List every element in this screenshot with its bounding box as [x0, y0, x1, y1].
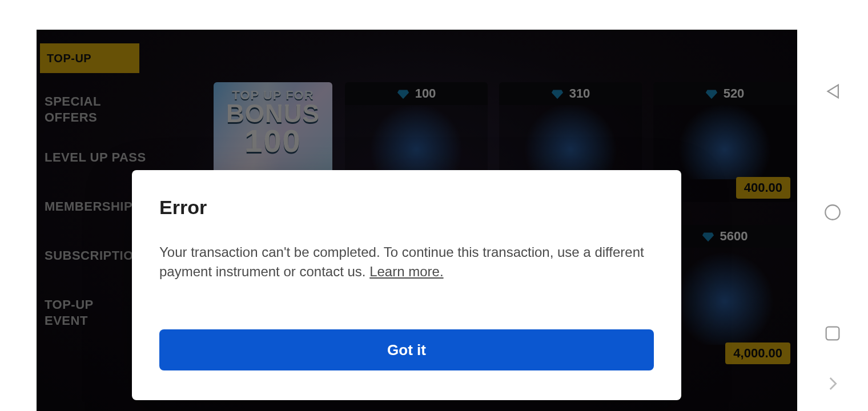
modal-title: Error — [159, 196, 654, 219]
svg-rect-6 — [826, 327, 839, 340]
back-icon[interactable] — [822, 81, 843, 102]
game-store-screen: TOP-UP SPECIAL OFFERS LEVEL UP PASS MEMB… — [37, 30, 797, 411]
app-stage: TOP-UP SPECIAL OFFERS LEVEL UP PASS MEMB… — [0, 0, 868, 411]
home-icon[interactable] — [822, 202, 843, 223]
system-navbar — [797, 30, 868, 411]
recents-icon[interactable] — [822, 323, 843, 344]
forward-icon[interactable] — [822, 373, 843, 394]
learn-more-link[interactable]: Learn more. — [369, 264, 443, 279]
modal-message: Your transaction can't be completed. To … — [159, 243, 654, 281]
error-modal: Error Your transaction can't be complete… — [132, 170, 681, 400]
browser-topbar — [0, 0, 868, 30]
svg-marker-4 — [828, 85, 838, 98]
svg-point-5 — [825, 205, 840, 220]
got-it-button[interactable]: Got it — [159, 329, 654, 370]
